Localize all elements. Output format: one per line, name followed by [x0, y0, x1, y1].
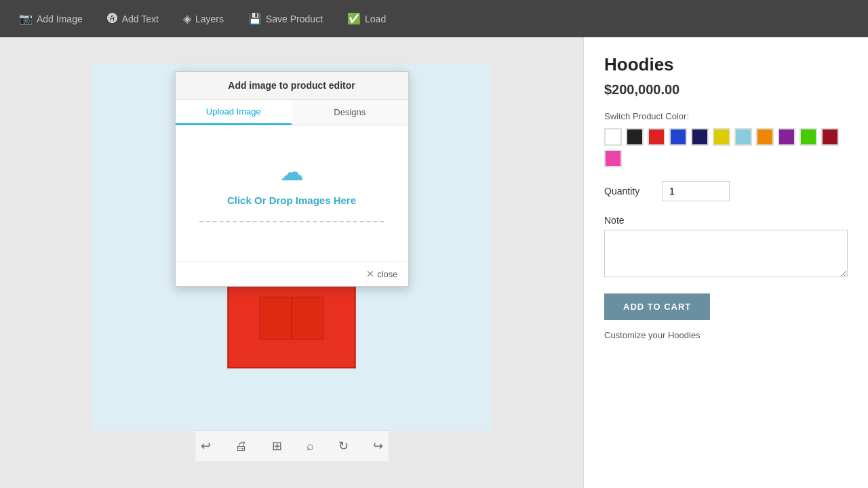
layers-label: Layers — [195, 14, 224, 24]
redo-icon: ↪ — [373, 439, 383, 453]
color-label: Switch Product Color: — [604, 111, 848, 121]
save-product-button[interactable]: 💾 Save Product — [236, 0, 335, 37]
grid-button[interactable]: ⊞ — [267, 435, 288, 457]
color-swatch-orange[interactable] — [756, 128, 774, 146]
grid-icon: ⊞ — [272, 439, 282, 453]
color-swatch-purple[interactable] — [778, 128, 795, 146]
modal-tabs: Upload Image Designs — [176, 100, 408, 125]
camera-icon: 📷 — [19, 12, 33, 25]
color-swatch-green[interactable] — [800, 128, 817, 146]
print-button[interactable]: 🖨 — [230, 436, 253, 457]
add-image-button[interactable]: 📷 Add Image — [7, 0, 95, 37]
upload-divider — [199, 221, 384, 222]
load-label: Load — [365, 14, 386, 24]
add-image-label: Add Image — [37, 14, 83, 24]
quantity-label: Quantity — [604, 186, 652, 197]
note-label: Note — [604, 215, 848, 226]
main-area: Add image to product editor Upload Image… — [0, 37, 868, 488]
color-swatch-dark-red[interactable] — [821, 128, 839, 146]
upload-image-tab[interactable]: Upload Image — [176, 100, 292, 125]
load-button[interactable]: ✅ Load — [335, 0, 398, 37]
color-swatch-yellow[interactable] — [713, 128, 730, 146]
color-swatch-navy[interactable] — [691, 128, 709, 146]
color-swatch-red[interactable] — [648, 128, 665, 146]
close-button[interactable]: ✕ close — [366, 268, 397, 279]
modal-footer: ✕ close — [176, 261, 408, 286]
redo-button[interactable]: ↪ — [368, 435, 389, 457]
quantity-input[interactable] — [662, 181, 730, 201]
bottom-toolbar: ↩ 🖨 ⊞ ⌕ ↻ ↪ — [195, 430, 389, 461]
right-panel: Hoodies $200,000.00 Switch Product Color… — [583, 37, 868, 488]
zoom-icon: ⌕ — [307, 439, 314, 453]
undo-icon: ↩ — [201, 439, 211, 453]
customize-text: Customize your Hoodies — [604, 330, 848, 340]
color-swatch-pink[interactable] — [604, 150, 622, 167]
x-icon: ✕ — [366, 268, 374, 279]
refresh-icon: ↻ — [338, 439, 349, 453]
canvas-area: Add image to product editor Upload Image… — [92, 64, 492, 430]
main-toolbar: 📷 Add Image 🅐 Add Text ◈ Layers 💾 Save P… — [0, 0, 868, 37]
add-text-button[interactable]: 🅐 Add Text — [95, 0, 171, 37]
modal-body[interactable]: ☁ Click Or Drop Images Here — [176, 125, 408, 261]
modal-title: Add image to product editor — [176, 72, 408, 100]
undo-button[interactable]: ↩ — [195, 435, 216, 457]
note-section: Note — [604, 215, 848, 280]
load-icon: ✅ — [347, 12, 361, 25]
zoom-button[interactable]: ⌕ — [301, 436, 319, 457]
text-icon: 🅐 — [107, 13, 118, 25]
add-text-label: Add Text — [122, 14, 159, 24]
color-swatch-blue[interactable] — [669, 128, 687, 146]
designs-tab[interactable]: Designs — [292, 100, 408, 125]
upload-cta-label[interactable]: Click Or Drop Images Here — [227, 195, 356, 206]
print-icon: 🖨 — [235, 439, 248, 453]
refresh-button[interactable]: ↻ — [333, 435, 354, 457]
note-textarea[interactable] — [604, 230, 848, 277]
close-label: close — [377, 269, 397, 279]
cloud-upload-icon: ☁ — [279, 158, 304, 186]
color-swatch-light-blue[interactable] — [734, 128, 752, 146]
editor-panel: Add image to product editor Upload Image… — [0, 37, 583, 488]
add-to-cart-button[interactable]: ADD TO CART — [604, 293, 710, 320]
layers-button[interactable]: ◈ Layers — [171, 0, 236, 37]
color-swatch-black[interactable] — [626, 128, 644, 146]
product-price: $200,000.00 — [604, 82, 848, 98]
layers-icon: ◈ — [183, 12, 191, 25]
quantity-row: Quantity — [604, 181, 848, 201]
add-image-modal: Add image to product editor Upload Image… — [175, 71, 409, 287]
color-swatch-white[interactable] — [604, 128, 622, 146]
color-swatches — [604, 128, 848, 167]
save-product-label: Save Product — [266, 14, 323, 24]
product-title: Hoodies — [604, 54, 848, 75]
modal-overlay: Add image to product editor Upload Image… — [92, 64, 492, 430]
save-icon: 💾 — [248, 12, 262, 25]
